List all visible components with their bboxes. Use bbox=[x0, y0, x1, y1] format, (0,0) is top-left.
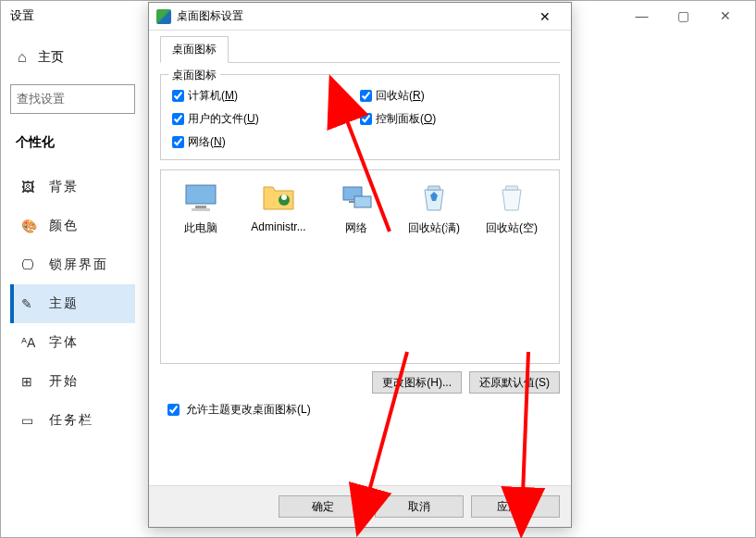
folder-user-icon bbox=[260, 181, 297, 215]
checkbox-grid: 计算机(M) 回收站(R) 用户的文件(U) 控制面板(O) 网络(N) bbox=[172, 84, 548, 154]
checkbox-label: 网络(N) bbox=[188, 134, 226, 150]
nav-label: 字体 bbox=[49, 334, 79, 351]
svg-rect-1 bbox=[195, 206, 206, 208]
checkbox-label: 控制面板(O) bbox=[376, 111, 436, 127]
checkbox-network-input[interactable] bbox=[172, 136, 184, 148]
recycle-full-icon bbox=[415, 181, 452, 215]
svg-point-4 bbox=[281, 194, 287, 200]
icon-this-pc[interactable]: 此电脑 bbox=[170, 181, 231, 236]
tab-desktop-icons[interactable]: 桌面图标 bbox=[160, 36, 229, 63]
search-placeholder: 查找设置 bbox=[17, 91, 65, 107]
checkbox-computer-input[interactable] bbox=[172, 90, 184, 102]
dialog-close-button[interactable]: ✕ bbox=[527, 4, 564, 30]
settings-sidebar: ⌂ 主页 查找设置 个性化 🖼 背景 🎨 颜色 🖵 锁屏界面 ✎ 主题 bbox=[1, 40, 144, 440]
icon-label: 此电脑 bbox=[170, 220, 231, 236]
desktop-icons-group: 桌面图标 计算机(M) 回收站(R) 用户的文件(U) 控制面板(O) bbox=[160, 74, 560, 160]
nav-colors[interactable]: 🎨 颜色 bbox=[10, 206, 135, 245]
icon-buttons-row: 更改图标(H)... 还原默认值(S) bbox=[160, 371, 560, 394]
svg-rect-6 bbox=[354, 196, 371, 207]
icon-network[interactable]: 网络 bbox=[326, 181, 387, 236]
svg-rect-2 bbox=[192, 208, 210, 211]
checkbox-label: 回收站(R) bbox=[376, 88, 425, 104]
dialog-title: 桌面图标设置 bbox=[177, 8, 243, 24]
icon-label: Administr... bbox=[248, 220, 309, 233]
checkbox-control-panel[interactable]: 控制面板(O) bbox=[360, 107, 548, 131]
picture-icon: 🖼 bbox=[21, 180, 36, 194]
icon-preview-panel: 此电脑 Administr... 网络 bbox=[160, 169, 560, 364]
icon-user-folder[interactable]: Administr... bbox=[248, 181, 309, 236]
nav-background[interactable]: 🖼 背景 bbox=[10, 168, 135, 206]
icon-grid: 此电脑 Administr... 网络 bbox=[170, 181, 550, 236]
nav-label: 背景 bbox=[49, 179, 79, 195]
svg-rect-0 bbox=[186, 185, 216, 204]
tab-strip: 桌面图标 bbox=[160, 36, 560, 63]
checkbox-network[interactable]: 网络(N) bbox=[172, 131, 360, 154]
checkbox-userfiles-input[interactable] bbox=[172, 113, 184, 125]
icon-label: 网络 bbox=[326, 220, 387, 236]
nav-label: 任务栏 bbox=[49, 412, 93, 429]
close-button[interactable]: ✕ bbox=[704, 2, 746, 30]
nav-label: 开始 bbox=[49, 373, 79, 390]
dialog-body: 桌面图标 桌面图标 计算机(M) 回收站(R) 用户的文件(U) bbox=[149, 31, 571, 485]
group-title: 桌面图标 bbox=[168, 68, 220, 83]
cancel-button[interactable]: 取消 bbox=[375, 495, 464, 518]
desktop-icon-settings-dialog: 桌面图标设置 ✕ 桌面图标 桌面图标 计算机(M) 回收站(R) 用户的文件(U… bbox=[148, 2, 572, 528]
checkbox-label: 允许主题更改桌面图标(L) bbox=[186, 402, 311, 418]
settings-title: 设置 bbox=[10, 7, 34, 24]
allow-themes-checkbox[interactable]: 允许主题更改桌面图标(L) bbox=[160, 394, 560, 422]
search-input[interactable]: 查找设置 bbox=[10, 84, 135, 114]
dialog-icon bbox=[156, 9, 171, 24]
window-controls: — ▢ ✕ bbox=[621, 2, 746, 30]
themes-icon: ✎ bbox=[21, 296, 36, 311]
nav-start[interactable]: ⊞ 开始 bbox=[10, 362, 135, 401]
fonts-icon: ᴬA bbox=[21, 335, 36, 350]
checkbox-computer[interactable]: 计算机(M) bbox=[172, 84, 360, 107]
checkbox-recycle-bin[interactable]: 回收站(R) bbox=[360, 84, 548, 107]
ok-button[interactable]: 确定 bbox=[279, 495, 367, 518]
nav-label: 颜色 bbox=[49, 218, 79, 234]
nav-taskbar[interactable]: ▭ 任务栏 bbox=[10, 401, 135, 440]
checkbox-label: 计算机(M) bbox=[188, 88, 238, 104]
change-icon-button[interactable]: 更改图标(H)... bbox=[372, 371, 462, 394]
svg-rect-7 bbox=[349, 201, 354, 203]
icon-recycle-empty[interactable]: 回收站(空) bbox=[481, 181, 542, 236]
home-icon: ⌂ bbox=[18, 49, 27, 66]
icon-label: 回收站(空) bbox=[481, 220, 542, 236]
taskbar-icon: ▭ bbox=[21, 413, 36, 428]
allow-themes-input[interactable] bbox=[167, 404, 180, 416]
network-icon bbox=[338, 181, 375, 215]
apply-button[interactable]: 应用(A) bbox=[471, 495, 560, 518]
recycle-empty-icon bbox=[493, 181, 530, 215]
dialog-titlebar: 桌面图标设置 ✕ bbox=[149, 3, 571, 31]
icon-recycle-full[interactable]: 回收站(满) bbox=[403, 181, 465, 236]
maximize-button[interactable]: ▢ bbox=[663, 2, 704, 30]
icon-label: 回收站(满) bbox=[403, 220, 465, 236]
nav-label: 锁屏界面 bbox=[49, 256, 108, 273]
nav-home-label: 主页 bbox=[38, 49, 64, 66]
restore-default-button[interactable]: 还原默认值(S) bbox=[469, 371, 560, 394]
dialog-footer: 确定 取消 应用(A) bbox=[149, 485, 571, 527]
palette-icon: 🎨 bbox=[21, 219, 36, 233]
nav-home[interactable]: ⌂ 主页 bbox=[10, 40, 135, 75]
checkbox-label: 用户的文件(U) bbox=[188, 111, 259, 127]
checkbox-recycle-input[interactable] bbox=[360, 90, 372, 102]
checkbox-controlpanel-input[interactable] bbox=[360, 113, 372, 125]
minimize-button[interactable]: — bbox=[621, 2, 663, 30]
lockscreen-icon: 🖵 bbox=[21, 257, 36, 272]
start-icon: ⊞ bbox=[21, 374, 36, 389]
nav-fonts[interactable]: ᴬA 字体 bbox=[10, 323, 135, 362]
nav-themes[interactable]: ✎ 主题 bbox=[10, 284, 135, 323]
section-title: 个性化 bbox=[10, 131, 135, 168]
nav-lockscreen[interactable]: 🖵 锁屏界面 bbox=[10, 245, 135, 284]
monitor-icon bbox=[182, 181, 219, 215]
nav-label: 主题 bbox=[49, 295, 79, 312]
checkbox-user-files[interactable]: 用户的文件(U) bbox=[172, 107, 360, 131]
